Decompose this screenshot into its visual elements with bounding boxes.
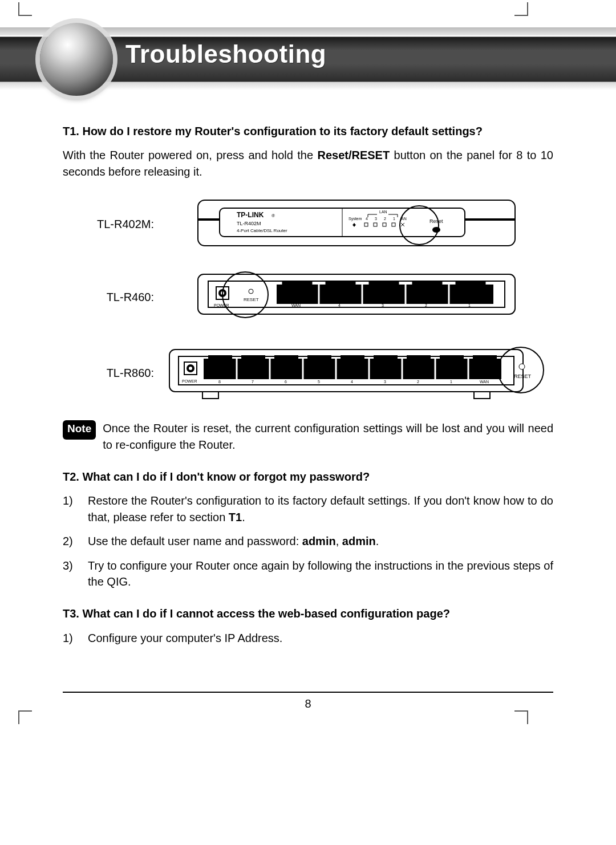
page-number: 8: [0, 693, 616, 710]
t2-item-2-post: .: [376, 535, 379, 547]
svg-7: 7: [252, 380, 254, 384]
svg-model: TL-R402M: [237, 221, 261, 226]
svg-3b: 3: [382, 303, 384, 307]
svg-lan: LAN: [379, 210, 387, 214]
svg-rect-29: [456, 281, 485, 288]
svg-rect-36: [202, 392, 218, 399]
crop-marks-top: [0, 0, 616, 16]
t2-item-3-text: Try to configure your Router once again …: [88, 558, 553, 590]
svg-8: 8: [218, 380, 221, 384]
note-badge: Note: [63, 420, 96, 440]
t2-item-1-num: 1): [63, 493, 88, 525]
svg-rect-52: [274, 355, 298, 361]
diagram-svg-r402m: TP-LINK ® TL-R402M 4-Port Cable/DSL Rout…: [160, 196, 553, 253]
page-title: Troubleshooting: [125, 40, 326, 68]
t2-item-3: 3) Try to configure your Router once aga…: [63, 558, 553, 590]
svg-wan860: WAN: [480, 380, 489, 384]
diagram-svg-r460: POWER RESET: [160, 269, 553, 326]
diagram-svg-r860: POWER: [160, 342, 553, 404]
svg-rect-10: [374, 223, 377, 226]
diagram-row-r460: TL-R460: POWER RESET: [63, 269, 553, 326]
svg-rect-9: [364, 223, 368, 226]
svg-1: 1: [393, 217, 395, 221]
svg-point-22: [249, 289, 253, 294]
svg-1c: 1: [450, 380, 452, 384]
svg-rect-28: [412, 281, 442, 288]
svg-3: 3: [375, 217, 377, 221]
t2-item-2-b1: admin: [302, 535, 336, 547]
t2-item-3-num: 3): [63, 558, 88, 590]
svg-rect-57: [440, 355, 464, 361]
t1-heading: T1. How do I restore my Router's configu…: [63, 123, 553, 139]
note-row: Note Once the Router is reset, the curre…: [63, 420, 553, 453]
diagram-label-r860: TL-R860:: [63, 365, 160, 381]
svg-3c: 3: [384, 380, 386, 384]
t2-item-1-bold: T1: [229, 511, 242, 523]
t3-item-1-num: 1): [63, 630, 88, 646]
t2-item-2-sep: ,: [336, 535, 342, 547]
svg-2: 2: [384, 217, 386, 221]
svg-text:®: ®: [271, 213, 275, 218]
t2-list: 1) Restore the Router's configuration to…: [63, 493, 553, 590]
svg-system: System: [348, 217, 362, 221]
svg-1b: 1: [468, 303, 471, 307]
svg-rect-37: [474, 392, 490, 399]
svg-power: POWER: [214, 303, 229, 307]
svg-reset860: RESET: [514, 373, 532, 379]
t2-heading: T2. What can I do if I don't know or for…: [63, 469, 553, 485]
content: T1. How do I restore my Router's configu…: [0, 95, 616, 646]
svg-rect-54: [341, 355, 364, 361]
svg-rect-56: [407, 355, 431, 361]
svg-wan460: WAN: [291, 303, 301, 307]
t3-item-1: 1) Configure your computer's IP Address.: [63, 630, 553, 646]
svg-desc: 4-Port Cable/DSL Router: [237, 228, 287, 233]
svg-rect-58: [473, 355, 497, 361]
note-text: Once the Router is reset, the current co…: [103, 420, 553, 453]
t2-item-2-num: 2): [63, 533, 88, 549]
svg-2b: 2: [425, 303, 427, 307]
svg-rect-26: [326, 281, 355, 288]
svg-rect-50: [208, 355, 232, 361]
router-diagrams: TL-R402M: TP-LINK ® TL-R402M 4-Port Cabl…: [63, 196, 553, 404]
t2-item-2-pre: Use the default user name and password:: [88, 535, 302, 547]
diagram-label-r460: TL-R460:: [63, 289, 160, 305]
svg-4c: 4: [351, 380, 353, 384]
t3-heading: T3. What can I do if I cannot access the…: [63, 606, 553, 621]
t3-list: 1) Configure your computer's IP Address.: [63, 630, 553, 646]
svg-reset460: RESET: [244, 297, 259, 302]
t1-p1-pre: With the Router powered on, press and ho…: [63, 149, 317, 161]
svg-rect-27: [369, 281, 399, 288]
svg-brand: TP-LINK: [237, 211, 264, 219]
t3-item-1-text: Configure your computer's IP Address.: [88, 630, 553, 646]
svg-rect-51: [241, 355, 265, 361]
svg-point-15: [432, 227, 440, 233]
svg-rect-41: [204, 359, 501, 379]
t2-item-2: 2) Use the default user name and passwor…: [63, 533, 553, 549]
t1-paragraph: With the Router powered on, press and ho…: [63, 147, 553, 180]
svg-rect-11: [383, 223, 386, 226]
svg-reset: Reset: [429, 218, 443, 224]
svg-rect-55: [374, 355, 398, 361]
svg-4b: 4: [338, 303, 341, 307]
svg-point-40: [189, 367, 192, 370]
t2-item-2-b2: admin: [342, 535, 376, 547]
t2-item-1-pre: Restore the Router's configuration to it…: [88, 494, 553, 523]
svg-4: 4: [366, 217, 368, 221]
crop-marks-bottom: [0, 710, 616, 726]
svg-rect-12: [392, 223, 395, 226]
svg-6: 6: [285, 380, 287, 384]
svg-power860: POWER: [182, 379, 197, 383]
t2-item-1-post: .: [242, 511, 245, 523]
svg-2c: 2: [417, 380, 419, 384]
svg-point-59: [519, 364, 525, 369]
diagram-row-r402m: TL-R402M: TP-LINK ® TL-R402M 4-Port Cabl…: [63, 196, 553, 253]
diagram-label-r402m: TL-R402M:: [63, 216, 160, 232]
svg-rect-25: [282, 281, 312, 288]
svg-5: 5: [318, 380, 320, 384]
diagram-row-r860: TL-R860: POWER: [63, 342, 553, 404]
t1-p1-bold: Reset/RESET: [317, 149, 390, 161]
header-band: Troubleshooting: [0, 26, 616, 95]
svg-rect-53: [307, 355, 331, 361]
header-orb-icon: [40, 23, 113, 96]
t2-item-1: 1) Restore the Router's configuration to…: [63, 493, 553, 525]
